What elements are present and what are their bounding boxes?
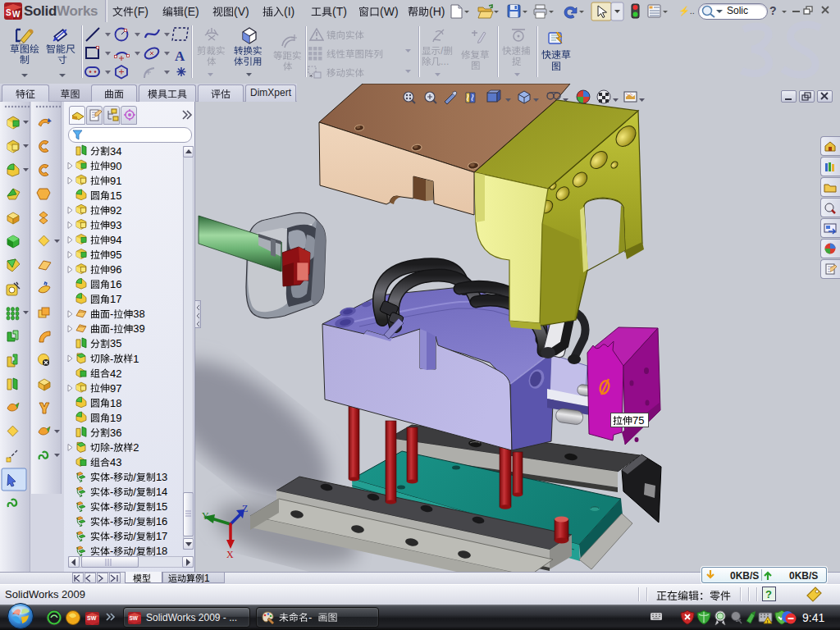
svg-text:(V): (V): [234, 5, 249, 18]
svg-text:(T): (T): [332, 5, 347, 18]
svg-text:16: 16: [110, 278, 121, 290]
svg-text:-: -: [110, 486, 113, 498]
svg-text:18: 18: [156, 545, 167, 557]
svg-text:/: /: [133, 515, 136, 527]
svg-text:91: 91: [110, 175, 121, 187]
svg-text:18: 18: [110, 397, 121, 409]
svg-text:94: 94: [110, 234, 121, 246]
svg-text:2: 2: [133, 441, 139, 454]
svg-text:34: 34: [110, 145, 121, 158]
svg-text:-: -: [110, 322, 113, 335]
svg-text:1: 1: [204, 573, 210, 584]
svg-text:38: 38: [133, 308, 144, 320]
svg-text:92: 92: [110, 204, 121, 217]
svg-text:17: 17: [110, 293, 121, 305]
svg-text:(I): (I): [284, 5, 294, 18]
svg-text:/: /: [133, 486, 136, 498]
svg-text:-: -: [110, 471, 113, 483]
svg-text:36: 36: [110, 427, 121, 439]
svg-text:-: -: [110, 530, 113, 542]
svg-text:90: 90: [110, 160, 121, 172]
svg-text:-: -: [110, 515, 113, 527]
svg-text:(F): (F): [134, 5, 148, 18]
svg-text:43: 43: [110, 456, 121, 468]
svg-text:15: 15: [156, 500, 167, 513]
svg-text:16: 16: [156, 515, 167, 527]
svg-text:/: /: [133, 545, 136, 557]
svg-text:-: -: [110, 353, 113, 365]
svg-text:-: -: [110, 308, 113, 320]
svg-text:(E): (E): [184, 5, 199, 18]
svg-text:1: 1: [133, 353, 139, 365]
svg-text:/: /: [133, 500, 136, 513]
svg-text:14: 14: [156, 486, 167, 498]
svg-text:95: 95: [110, 249, 121, 261]
svg-text:...: ...: [441, 56, 449, 67]
svg-text:/: /: [133, 471, 136, 483]
svg-text:(H): (H): [429, 5, 445, 18]
svg-text:93: 93: [110, 219, 121, 231]
svg-text:(W): (W): [380, 5, 399, 18]
svg-text:/: /: [441, 45, 444, 57]
svg-text:97: 97: [110, 382, 121, 395]
svg-text:42: 42: [110, 368, 121, 380]
svg-text:-: -: [110, 500, 113, 513]
svg-text:35: 35: [110, 337, 121, 349]
svg-text:39: 39: [133, 322, 144, 335]
svg-text:-: -: [110, 545, 113, 557]
svg-text:-: -: [110, 441, 113, 454]
svg-text:/: /: [133, 530, 136, 542]
svg-text:-: -: [308, 611, 312, 623]
svg-text:17: 17: [156, 530, 167, 542]
svg-text:13: 13: [156, 471, 167, 483]
svg-text:15: 15: [110, 189, 121, 202]
svg-text:19: 19: [110, 412, 121, 424]
svg-text:96: 96: [110, 263, 121, 276]
svg-text:75: 75: [632, 414, 644, 427]
